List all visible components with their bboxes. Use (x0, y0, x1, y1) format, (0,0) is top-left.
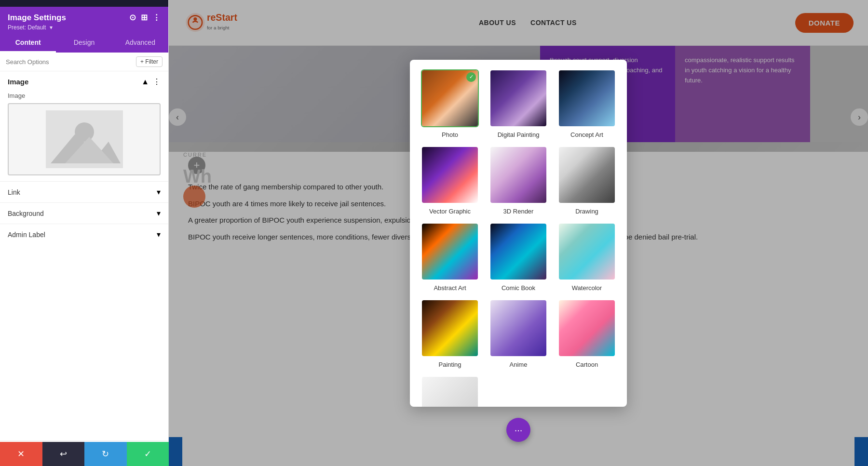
top-bar (0, 0, 168, 7)
search-bar: + Filter (0, 53, 168, 71)
save-button[interactable]: ✓ (127, 442, 169, 466)
modal-item-drawing[interactable]: Drawing (556, 146, 617, 215)
modal-label-painting: Painting (439, 361, 461, 368)
modal-img-extra (421, 376, 479, 407)
modal-item-anime[interactable]: Anime (488, 299, 549, 368)
save-icon: ✓ (144, 449, 151, 459)
modal-img-digital (489, 69, 547, 127)
image-placeholder (8, 103, 161, 175)
panel-title-text: Image Settings (8, 13, 66, 23)
bottom-bar: ✕ ↩ ↻ ✓ (0, 442, 169, 466)
modal-label-3drender: 3D Render (503, 208, 534, 215)
modal-item-concept[interactable]: Concept Art (556, 69, 617, 138)
panel-title-icons: ⊙ ⊞ ⋮ (129, 13, 161, 23)
modal-img-photo: ✓ (421, 69, 479, 127)
image-type-grid: ✓PhotoDigital PaintingConcept ArtVector … (420, 69, 617, 407)
modal-item-photo[interactable]: ✓Photo (420, 69, 480, 138)
modal-img-comic (489, 223, 547, 280)
check-badge-photo: ✓ (466, 72, 476, 82)
cancel-button[interactable]: ✕ (0, 442, 42, 466)
modal-label-comic: Comic Book (502, 284, 535, 292)
background-row[interactable]: Background ▾ (0, 202, 168, 224)
modal-item-vector[interactable]: Vector Graphic (420, 146, 480, 215)
panel-header: Image Settings ⊙ ⊞ ⋮ Preset: Default ▾ (0, 7, 168, 34)
image-placeholder-inner (9, 104, 160, 174)
image-section-title: Image (8, 78, 28, 86)
modal-label-cartoon: Cartoon (576, 361, 598, 368)
fab-icon: ··· (515, 425, 523, 436)
panel-tabs: Content Design Advanced (0, 34, 168, 53)
modal-img-anime (489, 299, 547, 357)
modal-img-cartoon (558, 299, 616, 357)
link-row[interactable]: Link ▾ (0, 181, 168, 202)
redo-icon: ↻ (102, 449, 109, 459)
fab-button[interactable]: ··· (506, 418, 530, 442)
section-icons: ▲ ⋮ (141, 77, 161, 86)
modal-img-painting (421, 299, 479, 357)
modal-label-abstract: Abstract Art (434, 284, 466, 292)
background-chevron: ▾ (157, 209, 161, 218)
tab-content[interactable]: Content (0, 34, 56, 53)
image-label: Image (0, 89, 168, 103)
panel-subtitle: Preset: Default ▾ (8, 24, 161, 31)
redo-button[interactable]: ↻ (84, 442, 127, 466)
modal-item-extra[interactable] (420, 376, 480, 407)
admin-label-text: Admin Label (8, 231, 45, 239)
undo-icon: ↩ (60, 449, 67, 459)
left-panel: Image Settings ⊙ ⊞ ⋮ Preset: Default ▾ C… (0, 0, 169, 466)
modal-img-3drender (489, 146, 547, 204)
modal-img-concept (558, 69, 616, 127)
filter-button[interactable]: + Filter (136, 56, 163, 67)
tab-design[interactable]: Design (56, 34, 112, 53)
layout-icon[interactable]: ⊞ (141, 13, 148, 23)
focus-icon[interactable]: ⊙ (129, 13, 136, 23)
link-label: Link (8, 188, 20, 196)
modal-overlay: ✓PhotoDigital PaintingConcept ArtVector … (169, 0, 868, 466)
undo-button[interactable]: ↩ (42, 442, 85, 466)
modal-label-concept: Concept Art (570, 131, 603, 138)
modal-item-3drender[interactable]: 3D Render (488, 146, 549, 215)
modal-box: ✓PhotoDigital PaintingConcept ArtVector … (410, 60, 627, 407)
modal-item-watercolor[interactable]: Watercolor (556, 223, 617, 292)
image-section-header[interactable]: Image ▲ ⋮ (0, 71, 168, 89)
modal-label-digital: Digital Painting (498, 131, 540, 138)
modal-label-watercolor: Watercolor (572, 284, 602, 292)
admin-label-row[interactable]: Admin Label ▾ (0, 224, 168, 245)
collapse-icon[interactable]: ▲ (141, 78, 149, 86)
modal-label-photo: Photo (442, 131, 458, 138)
panel-title: Image Settings ⊙ ⊞ ⋮ (8, 13, 161, 23)
background-label: Background (8, 210, 44, 217)
more-icon[interactable]: ⋮ (152, 13, 161, 23)
modal-item-cartoon[interactable]: Cartoon (556, 299, 617, 368)
modal-img-drawing (558, 146, 616, 204)
preset-dropdown-icon[interactable]: ▾ (50, 24, 53, 31)
cancel-icon: ✕ (17, 449, 25, 459)
modal-label-drawing: Drawing (575, 208, 598, 215)
modal-item-digital[interactable]: Digital Painting (488, 69, 549, 138)
main-area: reStart for a bright ABOUT US CONTACT US… (169, 0, 868, 466)
modal-label-vector: Vector Graphic (429, 208, 471, 215)
modal-label-anime: Anime (510, 361, 528, 368)
link-chevron: ▾ (157, 187, 161, 197)
modal-item-painting[interactable]: Painting (420, 299, 480, 368)
modal-item-abstract[interactable]: Abstract Art (420, 223, 480, 292)
admin-chevron: ▾ (157, 230, 161, 239)
modal-item-comic[interactable]: Comic Book (488, 223, 549, 292)
tab-advanced[interactable]: Advanced (112, 34, 168, 53)
placeholder-svg (46, 110, 123, 168)
modal-img-abstract (421, 223, 479, 280)
section-menu-icon[interactable]: ⋮ (153, 77, 161, 86)
modal-img-watercolor (558, 223, 616, 280)
modal-img-vector (421, 146, 479, 204)
search-input[interactable] (6, 58, 132, 66)
